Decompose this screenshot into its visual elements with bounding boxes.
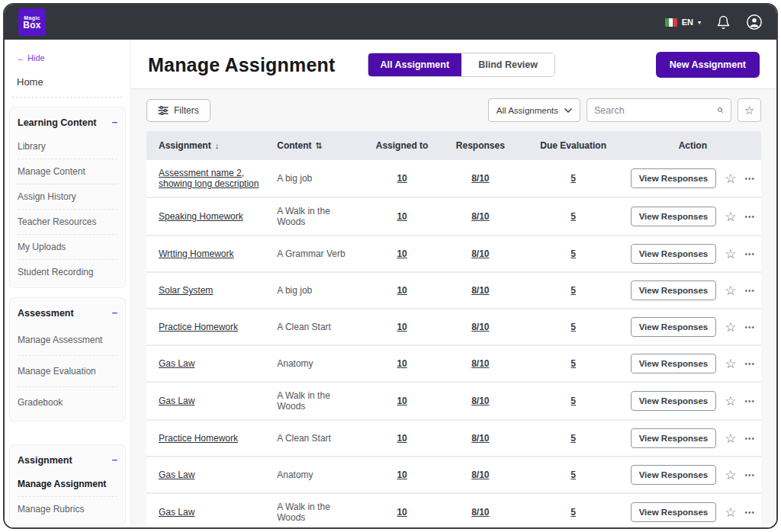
responses-link[interactable]: 8/10 [471,433,489,444]
assigned-to-link[interactable]: 10 [397,211,407,222]
row-menu-icon[interactable]: ••• [744,323,755,332]
view-responses-button[interactable]: View Responses [631,465,717,485]
row-menu-icon[interactable]: ••• [744,213,755,221]
due-evaluation-link[interactable]: 5 [570,211,576,222]
assignment-link[interactable]: Practice Homework [159,322,238,332]
sidebar-item-library[interactable]: Library [18,134,117,159]
view-responses-button[interactable]: View Responses [631,244,717,264]
collapse-icon[interactable]: − [111,307,117,319]
sidebar-item-manage-assignment[interactable]: Manage Assignment [18,472,117,496]
responses-link[interactable]: 8/10 [471,470,489,480]
tab-blind-review[interactable]: Blind Review [461,53,554,76]
assigned-to-link[interactable]: 10 [397,433,407,444]
due-evaluation-link[interactable]: 5 [570,470,576,480]
sidebar-item-teacher-resources[interactable]: Teacher Resources [18,209,117,234]
assigned-to-link[interactable]: 10 [397,322,407,332]
collapse-icon[interactable]: − [111,117,117,128]
assigned-to-link[interactable]: 10 [397,285,407,296]
assigned-to-link[interactable]: 10 [397,507,407,518]
due-evaluation-link[interactable]: 5 [570,248,576,259]
sidebar-item-home[interactable]: Home [5,66,130,97]
search-icon[interactable] [717,104,724,116]
assignment-link[interactable]: Practice Homework [159,433,238,444]
row-menu-icon[interactable]: ••• [744,250,755,258]
favorite-star-icon[interactable]: ☆ [725,467,736,483]
responses-link[interactable]: 8/10 [471,173,489,184]
sidebar-item-assign-history[interactable]: Assign History [18,184,117,209]
row-menu-icon[interactable]: ••• [744,471,755,479]
favorite-star-icon[interactable]: ☆ [725,209,736,225]
favorite-star-icon[interactable]: ☆ [725,356,736,372]
due-evaluation-link[interactable]: 5 [570,433,576,444]
assignments-filter-dropdown[interactable]: All Assignments [488,98,580,122]
column-assignment[interactable]: Assignment↓ [146,131,271,160]
favorite-filter-button[interactable]: ☆ [738,98,761,122]
row-menu-icon[interactable]: ••• [744,360,755,368]
assignment-link[interactable]: Gas Law [159,396,194,406]
responses-link[interactable]: 8/10 [471,248,489,259]
due-evaluation-link[interactable]: 5 [570,358,576,369]
language-selector[interactable]: EN ▾ [665,18,701,27]
new-assignment-button[interactable]: New Assignment [656,52,760,78]
sidebar-item-manage-evaluation[interactable]: Manage Evaluation [18,355,117,386]
assignment-link[interactable]: Gas Law [159,358,194,369]
assigned-to-link[interactable]: 10 [397,173,407,184]
assignment-link[interactable]: Solar System [159,285,213,296]
responses-link[interactable]: 8/10 [471,507,489,518]
assignment-link[interactable]: Wrtting Homework [159,248,233,259]
notifications-button[interactable] [716,15,731,30]
responses-link[interactable]: 8/10 [471,211,489,222]
favorite-star-icon[interactable]: ☆ [725,319,736,335]
view-responses-button[interactable]: View Responses [631,207,717,226]
assigned-to-link[interactable]: 10 [397,396,407,406]
tab-all-assignment[interactable]: All Assignment [368,53,462,76]
row-menu-icon[interactable]: ••• [744,434,755,443]
due-evaluation-link[interactable]: 5 [570,322,576,332]
row-menu-icon[interactable]: ••• [744,175,755,183]
sidebar-item-manage-content[interactable]: Manage Content [18,159,117,184]
assignment-link[interactable]: Assessment name 2, showing long descript… [159,168,259,189]
favorite-star-icon[interactable]: ☆ [725,393,736,409]
search-input[interactable] [594,105,717,116]
hide-sidebar-button[interactable]: ← Hide [5,50,130,66]
sort-down-icon[interactable]: ↓ [215,141,220,150]
favorite-star-icon[interactable]: ☆ [725,246,736,262]
view-responses-button[interactable]: View Responses [631,391,717,411]
assignment-link[interactable]: Speaking Homework [159,211,243,222]
magicbox-logo[interactable]: Magic Box [18,8,46,36]
view-responses-button[interactable]: View Responses [631,168,717,188]
column-content[interactable]: Content⇅ [271,131,365,160]
favorite-star-icon[interactable]: ☆ [725,171,736,187]
filters-button[interactable]: Filters [146,99,211,122]
due-evaluation-link[interactable]: 5 [570,173,576,184]
sidebar-item-student-recording[interactable]: Student Recording [18,259,117,284]
favorite-star-icon[interactable]: ☆ [725,283,736,299]
responses-link[interactable]: 8/10 [471,285,489,296]
view-responses-button[interactable]: View Responses [631,354,717,373]
view-responses-button[interactable]: View Responses [631,317,717,337]
responses-link[interactable]: 8/10 [471,322,489,332]
view-responses-button[interactable]: View Responses [631,280,717,300]
assignment-link[interactable]: Gas Law [159,470,194,480]
assigned-to-link[interactable]: 10 [397,358,407,369]
row-menu-icon[interactable]: ••• [744,287,755,295]
sort-both-icon[interactable]: ⇅ [316,141,323,150]
sidebar-item-gradebook[interactable]: Gradebook [18,386,117,418]
view-responses-button[interactable]: View Responses [631,428,717,448]
due-evaluation-link[interactable]: 5 [570,285,576,296]
collapse-icon[interactable]: − [111,454,117,466]
favorite-star-icon[interactable]: ☆ [725,505,736,521]
sidebar-item-my-uploads[interactable]: My Uploads [18,234,117,259]
assigned-to-link[interactable]: 10 [397,470,407,480]
profile-button[interactable] [746,14,763,30]
due-evaluation-link[interactable]: 5 [570,396,576,406]
assignment-link[interactable]: Gas Law [159,507,194,518]
assigned-to-link[interactable]: 10 [397,248,407,259]
responses-link[interactable]: 8/10 [471,358,489,369]
row-menu-icon[interactable]: ••• [744,508,755,517]
responses-link[interactable]: 8/10 [471,396,489,406]
row-menu-icon[interactable]: ••• [744,397,755,405]
sidebar-item-manage-rubrics[interactable]: Manage Rubrics [18,496,117,521]
due-evaluation-link[interactable]: 5 [570,507,576,518]
sidebar-item-manage-assessment[interactable]: Manage Assessment [18,325,117,355]
